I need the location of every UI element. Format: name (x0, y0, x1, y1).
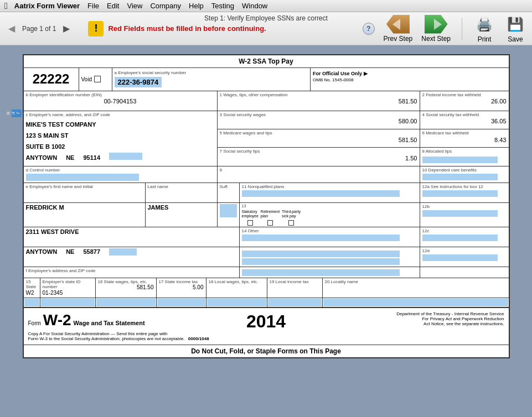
next-page-arrow[interactable]: ▶ (60, 23, 73, 35)
box5-label: 5 Medicare wages and tips (220, 131, 417, 136)
footer-photo: photocopies are not acceptable. (122, 336, 184, 341)
footer-form-label: Form (28, 320, 41, 326)
step-indicator: Step 1: Verify Employee SSNs are correct (204, 14, 328, 22)
box12d-input[interactable] (422, 254, 498, 261)
ssn-label: a Employee's social security number (115, 70, 308, 76)
box8-label: 8 Allocated tips (422, 149, 507, 154)
emp-addr-value: 2311 WEST DRIVE (26, 228, 79, 235)
next-step-label: Next Step (421, 35, 451, 43)
menu-file[interactable]: File (87, 2, 99, 10)
menu-edit[interactable]: Edit (107, 2, 119, 10)
footer-form-w3: Form W-3 to the Social Security Administ… (28, 336, 121, 341)
control-input[interactable] (26, 174, 140, 181)
box19-input[interactable] (268, 299, 322, 306)
thirdparty-label: Third-partysick pay (282, 210, 301, 219)
box7-label: 7 Social security tips (220, 149, 417, 154)
box20-input[interactable] (323, 299, 508, 306)
suff-input[interactable] (220, 204, 237, 217)
box13-label: 13 (242, 204, 417, 208)
ssn-value[interactable]: 222-36-9874 (115, 77, 162, 87)
footer-number: 0000/1048 (188, 336, 209, 341)
box15-state-label: 15 State (26, 279, 38, 290)
employer-addr1: 123 S MAIN ST (26, 131, 215, 142)
footer-act: Act Notice, see the separate instruction… (297, 321, 504, 326)
box5-value: 581.50 (220, 136, 417, 144)
footer-donotcut: Do Not Cut, Fold, or Staple Forms on Thi… (24, 345, 509, 357)
w2-form: W-2 SSA Top Pay 22222 Void a Employee's … (23, 54, 510, 358)
footer-title: Wage and Tax Statement (74, 320, 145, 326)
employer-city: ANYTOWN (26, 153, 58, 164)
box12c-input[interactable] (422, 234, 498, 241)
box8-input[interactable] (422, 157, 498, 163)
emp-addr-label: f Employee's address and ZIP code (26, 268, 237, 274)
box10-input[interactable] (422, 174, 498, 180)
menu-window[interactable]: Window (242, 2, 267, 10)
box12d-label: 12d (422, 248, 507, 254)
emp-last-label: Last name (148, 184, 215, 190)
box17-label: 17 State income tax (159, 279, 204, 285)
menu-company[interactable]: Company (150, 2, 181, 10)
save-label: Save (508, 35, 523, 43)
box12a-input[interactable] (422, 190, 498, 197)
prev-step-button[interactable]: Prev Step (384, 15, 413, 43)
toolbar: Step 1: Verify Employee SSNs are correct… (0, 12, 532, 45)
box12c-label: 12c (422, 228, 507, 234)
menubar:  Aatrix Form Viewer File Edit View Comp… (0, 0, 532, 12)
omb-label: OMB No. 1545-0008 (313, 77, 353, 82)
box15b-input[interactable] (41, 299, 95, 306)
box17-input[interactable] (157, 299, 205, 306)
help-button[interactable]: ? (363, 23, 375, 35)
void-label: Void (81, 76, 92, 82)
box3-label: 3 Social security wages (220, 112, 417, 118)
side-tab: JPR (12, 110, 22, 117)
save-button[interactable]: 💾 Save (504, 14, 526, 43)
box2-value: 26.00 (422, 97, 507, 105)
footer-copy: Copy A For Social Security Administratio… (28, 331, 110, 336)
box15-state-value: W2 (26, 290, 34, 296)
w2-footer: Form W-2 Wage and Tax Statement Copy A F… (24, 307, 509, 345)
page-info: Page 1 of 1 (22, 25, 56, 33)
menu-testing[interactable]: Testing (211, 2, 234, 10)
employer-zip: 95114 (83, 153, 100, 164)
print-label: Print (478, 35, 492, 43)
main-content: JPR W-2 SSA Top Pay 22222 Void a Employe… (0, 45, 532, 417)
box11-input[interactable] (242, 190, 400, 197)
thirdparty-checkbox[interactable] (288, 220, 294, 226)
menu-view[interactable]: View (127, 2, 142, 10)
prev-step-label: Prev Step (384, 35, 413, 43)
box14-input[interactable] (242, 234, 400, 241)
menu-aatrix[interactable]: Aatrix Form Viewer (14, 2, 80, 10)
box18-input[interactable] (207, 299, 266, 306)
print-button[interactable]: 🖨️ Print (473, 14, 495, 43)
control-label: d Control number (26, 168, 215, 173)
employer-zip-input[interactable] (109, 153, 142, 160)
menu-help[interactable]: Help (189, 2, 204, 10)
box1-value: 581.50 (220, 97, 417, 105)
emp-city-value: ANYTOWN (26, 248, 58, 255)
box20-label: 20 Locality name (325, 279, 507, 285)
box16-input[interactable] (96, 299, 156, 306)
box14-input4[interactable] (242, 269, 400, 276)
box12b-label: 12b (422, 204, 507, 210)
box10-label: 10 Dependent care benefits (422, 168, 507, 173)
prev-page-arrow[interactable]: ◀ (6, 23, 18, 35)
emp-name-label: e Employee's first name and initial (26, 184, 143, 190)
box15-id-label: Employer's state ID number (43, 279, 93, 290)
statutory-checkbox[interactable] (247, 220, 253, 226)
footer-year: 2014 (246, 311, 286, 332)
apple-menu[interactable]:  (4, 1, 8, 11)
official-label: For Official Use Only ▶ (313, 71, 368, 76)
retirement-checkbox[interactable] (267, 220, 273, 226)
box14-label: 14 Other (242, 228, 417, 234)
next-step-button[interactable]: Next Step (421, 15, 451, 43)
save-icon: 💾 (504, 14, 526, 34)
box14-input2[interactable] (242, 251, 400, 257)
emp-last-value: JAMES (148, 204, 169, 211)
warning-message: Red Fields must be filled in before cont… (108, 24, 266, 33)
emp-zip-input[interactable] (109, 248, 137, 256)
employer-addr2: SUITE B 1002 (26, 142, 215, 153)
box15a-input[interactable] (24, 299, 39, 306)
void-checkbox[interactable] (94, 76, 101, 82)
box14-input3[interactable] (242, 258, 400, 265)
box12b-input[interactable] (422, 210, 498, 217)
